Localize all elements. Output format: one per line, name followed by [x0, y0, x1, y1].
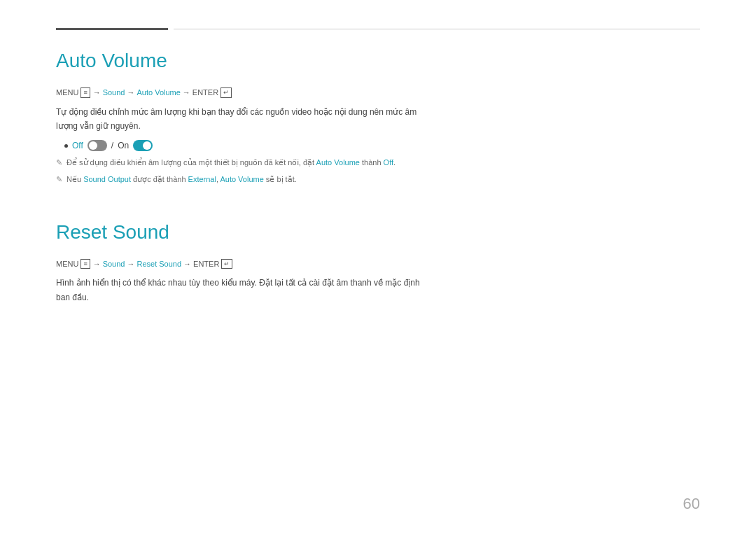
- auto-volume-highlight-2: Auto Volume: [220, 175, 263, 183]
- arrow4: →: [93, 260, 101, 268]
- menu-icon-2: ≡: [80, 259, 90, 269]
- menu-label-2: MENU: [56, 260, 78, 268]
- arrow3: →: [183, 88, 190, 97]
- menu-icon: ≡: [80, 87, 90, 98]
- sound-link-2: Sound: [103, 260, 125, 268]
- top-divider: [56, 28, 700, 30]
- auto-volume-note1: ✎ Để sử dụng điều khiển âm lượng của một…: [56, 157, 420, 169]
- section-reset-sound: Reset Sound MENU ≡ → Sound → Reset Sound…: [56, 221, 700, 304]
- divider-thin: [174, 29, 700, 29]
- enter-icon: ↵: [220, 87, 232, 98]
- reset-sound-link: Reset Sound: [136, 260, 181, 268]
- page-number: 60: [683, 495, 700, 513]
- reset-sound-title: Reset Sound: [56, 221, 700, 244]
- menu-path-auto-volume: MENU ≡ → Sound → Auto Volume → ENTER ↵: [56, 87, 700, 98]
- toggle-on-icon: [133, 140, 153, 151]
- auto-volume-description: Tự động điều chỉnh mức âm lượng khi bạn …: [56, 105, 420, 134]
- off-label: Off: [72, 141, 83, 150]
- arrow1: →: [93, 88, 101, 97]
- toggle-off-icon: [88, 140, 107, 151]
- note-text-1: Để sử dụng điều khiển âm lượng của một t…: [66, 157, 396, 169]
- note-icon-1: ✎: [56, 158, 62, 167]
- bullet-dot: [64, 144, 68, 148]
- auto-volume-link: Auto Volume: [136, 88, 180, 97]
- enter-label: ENTER: [192, 88, 218, 97]
- arrow6: →: [183, 260, 191, 268]
- auto-volume-note2: ✎ Nếu Sound Output được đặt thành Extern…: [56, 174, 420, 186]
- bullet-item-off-on: Off / On: [64, 140, 700, 151]
- enter-icon-2: ↵: [221, 259, 232, 269]
- sound-link: Sound: [103, 88, 125, 97]
- page-container: Auto Volume MENU ≡ → Sound → Auto Volume…: [0, 0, 756, 534]
- on-label: On: [118, 141, 129, 150]
- arrow2: →: [127, 88, 134, 97]
- sound-output-highlight: Sound Output: [83, 175, 131, 183]
- section-auto-volume: Auto Volume MENU ≡ → Sound → Auto Volume…: [56, 50, 700, 186]
- auto-volume-options: Off / On: [64, 140, 700, 151]
- divider-thick: [56, 28, 168, 30]
- menu-path-reset-sound: MENU ≡ → Sound → Reset Sound → ENTER ↵: [56, 259, 700, 269]
- off-highlight: Off: [384, 158, 393, 167]
- enter-label-2: ENTER: [193, 260, 219, 268]
- reset-sound-description: Hình ảnh hiển thị có thể khác nhau tùy t…: [56, 276, 420, 304]
- note-text-2: Nếu Sound Output được đặt thành External…: [66, 174, 297, 186]
- auto-volume-highlight-1: Auto Volume: [316, 158, 360, 167]
- arrow5: →: [127, 260, 134, 268]
- menu-label: MENU: [56, 88, 78, 97]
- note-icon-2: ✎: [56, 175, 62, 184]
- external-highlight: External: [188, 175, 216, 183]
- slash: /: [111, 141, 113, 150]
- auto-volume-title: Auto Volume: [56, 50, 700, 72]
